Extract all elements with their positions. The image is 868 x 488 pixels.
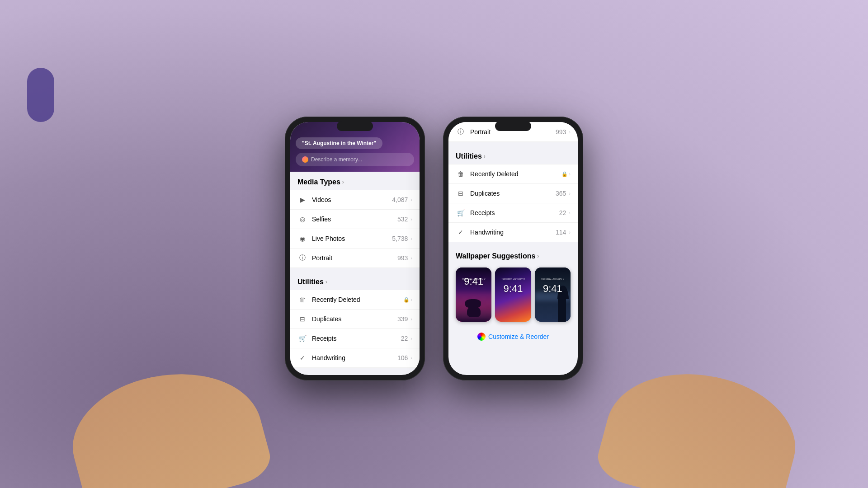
utilities-list-left: 🗑 Recently Deleted 🔒 › ⊟ Duplicates 339 … <box>290 290 420 368</box>
recently-deleted-chevron-left: › <box>410 297 412 302</box>
list-item-recently-deleted-left[interactable]: 🗑 Recently Deleted 🔒 › <box>290 290 420 310</box>
receipts-count-left: 22 <box>401 335 408 342</box>
duplicates-count-right: 365 <box>556 190 566 197</box>
dynamic-island-right <box>495 121 531 131</box>
wallpaper-section: Wallpaper Suggestions › Tuesday, January… <box>448 246 578 328</box>
utilities-chevron-left: › <box>326 279 327 285</box>
handwriting-label-left: Handwriting <box>312 354 397 361</box>
lock-icon-right: 🔒 <box>561 171 568 177</box>
utilities-header-right[interactable]: Utilities › <box>448 146 578 164</box>
memory-placeholder: Describe a memory... <box>311 156 362 163</box>
wallpaper-time-1: 9:41 <box>464 276 483 287</box>
duplicate-icon-right: ⊟ <box>456 188 466 198</box>
duplicates-label-left: Duplicates <box>312 315 397 323</box>
wallpaper-chevron: › <box>537 253 539 259</box>
receipts-label-right: Receipts <box>470 209 559 216</box>
list-item-live-photos[interactable]: ◉ Live Photos 5,738 › <box>290 229 420 249</box>
wallpaper-thumb-2[interactable]: Tuesday, January 9 9:41 <box>495 267 531 322</box>
memory-input[interactable]: Describe a memory... <box>296 153 414 166</box>
left-screen: "St. Augustine in the Winter" Describe a… <box>290 122 420 375</box>
videos-count: 4,087 <box>392 196 408 203</box>
customize-reorder-button[interactable]: Customize & Reorder <box>448 328 578 347</box>
duplicates-chevron-right: › <box>569 191 571 196</box>
recently-deleted-label-left: Recently Deleted <box>312 296 401 303</box>
handwriting-icon-left: ✓ <box>297 353 307 363</box>
phones-container: "St. Augustine in the Winter" Describe a… <box>285 117 583 380</box>
wallpaper-time-2: 9:41 <box>504 283 523 295</box>
trash-icon-left: 🗑 <box>297 295 307 305</box>
home-indicator-left <box>332 375 377 377</box>
customize-reorder-label: Customize & Reorder <box>488 333 549 340</box>
right-phone: ⓘ Portrait 993 › Utilities › 🗑 <box>443 117 583 380</box>
divider-1 <box>290 268 420 272</box>
media-types-list: ▶ Videos 4,087 › ◎ Selfies 532 › ◉ <box>290 190 420 268</box>
utilities-section-left: Utilities › 🗑 Recently Deleted 🔒 › ⊟ Dup… <box>290 272 420 368</box>
receipts-chevron-left: › <box>410 336 412 341</box>
wallpaper-date-3: Tuesday, January 9 <box>541 277 564 280</box>
list-item-selfies[interactable]: ◎ Selfies 532 › <box>290 210 420 229</box>
utilities-header-left[interactable]: Utilities › <box>290 272 420 290</box>
wallpaper-title: Wallpaper Suggestions <box>456 252 535 260</box>
memory-icon <box>302 156 308 163</box>
wallpaper-thumb-1[interactable]: Tuesday, January 9 9:41 <box>456 267 491 322</box>
right-screen: ⓘ Portrait 993 › Utilities › 🗑 <box>448 122 578 375</box>
duplicates-count-left: 339 <box>397 315 408 323</box>
background-phone <box>27 68 54 122</box>
media-types-title: Media Types <box>297 178 340 186</box>
handwriting-count-right: 114 <box>556 229 566 236</box>
videos-label: Videos <box>312 196 392 203</box>
duplicate-icon-left: ⊟ <box>297 314 307 324</box>
wallpaper-date-2: Tuesday, January 9 <box>501 277 525 280</box>
recently-deleted-chevron-right: › <box>569 171 571 177</box>
portrait-label: Portrait <box>312 254 397 262</box>
list-item-duplicates-right[interactable]: ⊟ Duplicates 365 › <box>448 184 578 203</box>
handwriting-label-right: Handwriting <box>470 229 556 236</box>
wallpaper-time-3: 9:41 <box>543 283 562 295</box>
list-item-receipts-right[interactable]: 🛒 Receipts 22 › <box>448 203 578 223</box>
selfies-chevron: › <box>410 216 412 222</box>
portrait-chevron-right: › <box>569 129 571 135</box>
utilities-chevron-right: › <box>484 153 486 160</box>
duplicates-chevron-left: › <box>410 316 412 322</box>
list-item-recently-deleted-right[interactable]: 🗑 Recently Deleted 🔒 › <box>448 164 578 184</box>
handwriting-count-left: 106 <box>397 354 408 361</box>
list-item-videos[interactable]: ▶ Videos 4,087 › <box>290 190 420 210</box>
home-indicator-right <box>491 375 536 377</box>
selfie-icon: ◎ <box>297 214 307 224</box>
handwriting-icon-right: ✓ <box>456 227 466 237</box>
utilities-title-right: Utilities <box>456 152 482 160</box>
customize-reorder-icon <box>477 333 486 341</box>
customize-button[interactable]: Customize <box>290 371 420 375</box>
list-item-handwriting-right[interactable]: ✓ Handwriting 114 › <box>448 223 578 242</box>
divider-right-2 <box>448 242 578 246</box>
media-types-header[interactable]: Media Types › <box>290 172 420 190</box>
live-photos-label: Live Photos <box>312 235 392 242</box>
memory-title[interactable]: "St. Augustine in the Winter" <box>296 137 382 149</box>
list-item-handwriting-left[interactable]: ✓ Handwriting 106 › <box>290 348 420 368</box>
recently-deleted-label-right: Recently Deleted <box>470 170 560 178</box>
right-screen-content: ⓘ Portrait 993 › Utilities › 🗑 <box>448 122 578 375</box>
videos-chevron: › <box>410 197 412 202</box>
utilities-list-right: 🗑 Recently Deleted 🔒 › ⊟ Duplicates 365 … <box>448 164 578 242</box>
left-phone: "St. Augustine in the Winter" Describe a… <box>285 117 425 380</box>
portrait-icon-right: ⓘ <box>456 127 466 137</box>
portrait-chevron: › <box>410 255 412 261</box>
dynamic-island-left <box>337 121 373 131</box>
wallpaper-thumb-3[interactable]: Tuesday, January 9 9:41 <box>535 267 571 322</box>
list-item-receipts-left[interactable]: 🛒 Receipts 22 › <box>290 329 420 348</box>
receipt-icon-left: 🛒 <box>297 333 307 343</box>
divider-2 <box>290 368 420 371</box>
left-screen-content: "St. Augustine in the Winter" Describe a… <box>290 122 420 375</box>
receipts-label-left: Receipts <box>312 335 401 342</box>
lock-icon-left: 🔒 <box>403 297 410 303</box>
live-photos-chevron: › <box>410 236 412 241</box>
list-item-duplicates-left[interactable]: ⊟ Duplicates 339 › <box>290 310 420 329</box>
receipts-count-right: 22 <box>559 209 566 216</box>
wallpaper-header[interactable]: Wallpaper Suggestions › <box>448 246 578 264</box>
portrait-icon: ⓘ <box>297 253 307 263</box>
list-item-portrait[interactable]: ⓘ Portrait 993 › <box>290 249 420 268</box>
video-icon: ▶ <box>297 195 307 205</box>
selfies-label: Selfies <box>312 216 397 223</box>
selfies-count: 532 <box>397 216 408 223</box>
live-photos-count: 5,738 <box>392 235 408 242</box>
